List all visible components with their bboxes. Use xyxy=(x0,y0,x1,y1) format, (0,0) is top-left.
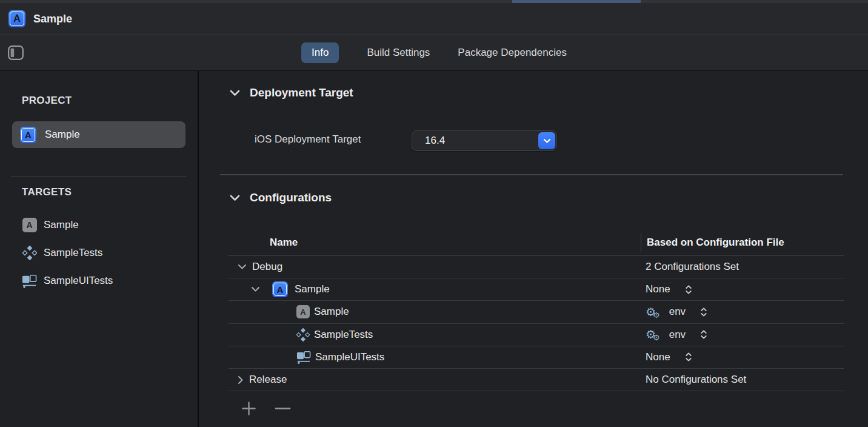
config-file-popup[interactable]: ⚙⚙ env xyxy=(646,306,707,318)
table-row-debug-sample-target[interactable]: A Sample ⚙⚙ env xyxy=(229,301,844,323)
project-editor-tabs: Info Build Settings Package Dependencies xyxy=(0,35,868,70)
app-icon-gray: A xyxy=(296,305,310,318)
column-divider[interactable] xyxy=(641,234,641,252)
deployment-target-section-header[interactable]: Deployment Target xyxy=(230,86,353,99)
column-header-name: Name xyxy=(270,237,298,249)
app-icon-blue: A xyxy=(20,127,36,143)
sidebar-project-label: Sample xyxy=(45,129,80,141)
sidebar-divider xyxy=(11,176,187,177)
ios-deployment-target-value: 16.4 xyxy=(425,135,445,147)
editor-tabbar: Info Build Settings Package Dependencies xyxy=(0,35,868,71)
toggle-navigator-icon[interactable] xyxy=(8,45,24,60)
document-title: Sample xyxy=(33,13,72,25)
ios-deployment-target-popup[interactable]: 16.4 xyxy=(412,130,557,151)
tab-package-dependencies[interactable]: Package Dependencies xyxy=(458,47,567,59)
configurations-section-header[interactable]: Configurations xyxy=(230,191,332,204)
tab-info[interactable]: Info xyxy=(301,42,339,63)
app-icon-blue: A xyxy=(272,281,288,297)
xcconfig-gears-icon: ⚙⚙ xyxy=(646,306,663,318)
table-row-debug-sampleuitests[interactable]: SampleUITests None xyxy=(229,346,844,369)
table-row-debug-sample-project[interactable]: A Sample None xyxy=(229,278,844,301)
column-header-based-on: Based on Configuration File xyxy=(647,237,784,249)
test-diamonds-icon xyxy=(296,328,310,341)
targets-list: A Sample SampleTests xyxy=(0,211,198,295)
up-down-chevrons-icon xyxy=(685,352,692,362)
project-section-header: PROJECT xyxy=(22,94,198,107)
table-row-debug-sampletests[interactable]: SampleTests ⚙⚙ env xyxy=(229,324,844,346)
ios-deployment-target-label: iOS Deployment Target xyxy=(255,133,361,146)
add-configuration-button[interactable] xyxy=(242,402,256,415)
config-file-popup[interactable]: ⚙⚙ env xyxy=(646,329,707,341)
chevron-down-icon xyxy=(230,195,240,201)
chevron-down-icon xyxy=(543,138,551,144)
xcode-project-editor-window: A Sample Info Build Settings Package Dep… xyxy=(0,0,868,427)
tab-build-settings[interactable]: Build Settings xyxy=(367,47,430,59)
app-icon-gray: A xyxy=(22,218,37,232)
up-down-chevrons-icon xyxy=(685,284,692,295)
info-pane: Deployment Target iOS Deployment Target … xyxy=(200,71,868,427)
configuration-actions xyxy=(242,402,291,415)
table-row-debug[interactable]: Debug 2 Configurations Set xyxy=(229,256,844,278)
configurations-table: Name Based on Configuration File Debug 2… xyxy=(229,230,844,391)
chevron-right-icon[interactable] xyxy=(238,375,244,385)
project-targets-sidebar: PROJECT A Sample TARGETS A Sample xyxy=(0,71,199,427)
xcconfig-gears-icon: ⚙⚙ xyxy=(646,329,663,340)
sidebar-item-project-sample[interactable]: A Sample xyxy=(12,121,185,148)
ui-windows-icon xyxy=(22,274,37,288)
config-file-popup[interactable]: None xyxy=(646,283,692,295)
up-down-chevrons-icon xyxy=(700,307,707,317)
sidebar-item-target-sampleuitests[interactable]: SampleUITests xyxy=(0,267,198,295)
test-diamonds-icon xyxy=(22,246,37,260)
ui-windows-icon xyxy=(296,350,311,364)
chevron-down-icon[interactable] xyxy=(238,264,247,270)
config-file-popup[interactable]: None xyxy=(646,351,692,363)
table-header-row: Name Based on Configuration File xyxy=(229,230,844,256)
document-titlebar: A Sample xyxy=(0,3,868,35)
remove-configuration-button[interactable] xyxy=(275,402,291,415)
targets-section-header: TARGETS xyxy=(22,186,198,199)
table-row-release[interactable]: Release No Configurations Set xyxy=(229,369,844,391)
sidebar-item-target-sampletests[interactable]: SampleTests xyxy=(0,239,198,267)
popup-chevron-button xyxy=(538,132,555,149)
chevron-down-icon xyxy=(230,90,240,96)
up-down-chevrons-icon xyxy=(700,329,707,340)
project-app-icon: A xyxy=(8,10,25,27)
chevron-down-icon[interactable] xyxy=(251,286,260,292)
section-divider xyxy=(220,174,843,175)
sidebar-item-target-sample[interactable]: A Sample xyxy=(0,211,198,239)
